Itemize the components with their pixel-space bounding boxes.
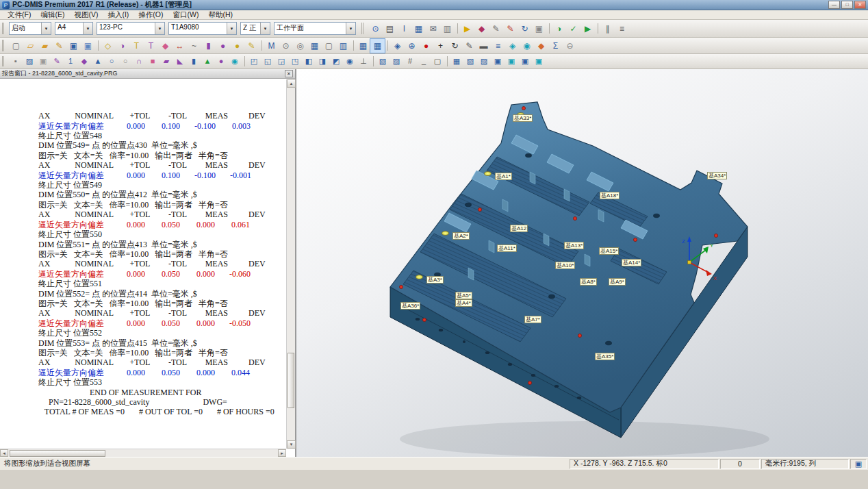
loop-mode-icon[interactable]: ↻ [518,22,532,36]
toolbar-grip[interactable] [2,40,7,51]
close-button[interactable]: ✕ [854,1,866,9]
text-label-icon[interactable]: T [129,39,144,53]
report-cabinet-icon[interactable]: ▥ [440,22,455,36]
zoom-circle-icon[interactable]: ◉ [520,39,534,53]
stamp-feature-icon[interactable]: ▣ [36,55,50,68]
probe-file-combo[interactable]: A4 ▼ [55,22,93,35]
workplane-combo[interactable]: 工作平面 ▼ [274,22,356,35]
horizontal-scroll-thumb[interactable] [10,450,105,457]
wedge-feature-icon[interactable]: ◣ [173,55,187,68]
circle-feature-icon[interactable]: ● [230,39,244,53]
toolbar-icon[interactable] [546,22,552,36]
toolbar-icon[interactable] [444,55,450,68]
layer-manager-icon[interactable]: ≡ [491,39,505,53]
program-stop-icon[interactable]: ● [419,39,433,53]
datum-label[interactable]: 基A7* [524,316,541,323]
report-text-area[interactable]: AX NOMINAL +TOL -TOL MEAS DEV逼近矢量方向偏差 0.… [0,79,295,457]
scroll-down-icon[interactable]: ▼ [287,440,296,449]
report-template-icon[interactable]: ▥ [336,39,350,53]
probe-toggle-icon[interactable]: ◆ [474,22,489,36]
datum-label[interactable]: 基A13* [564,242,584,249]
view-setup-icon[interactable]: ◈ [390,39,405,53]
verify-icon[interactable]: ✓ [566,22,580,36]
report-window-header[interactable]: 报告窗口 - 21-8228_6000_std_cavity.PRG ✕ [0,69,295,79]
view-top-icon[interactable]: ◨ [316,55,329,68]
gage-icon[interactable]: ◎ [293,39,307,53]
datum-label[interactable]: 基A10* [555,262,575,269]
wireframe-view-icon[interactable]: ▨ [390,55,403,68]
sphere-feature-icon[interactable]: ● [216,39,230,53]
menu-item[interactable]: 文件(F) [3,10,36,20]
toolbar-grip[interactable] [361,23,366,35]
torus-icon[interactable]: ◉ [228,55,242,68]
toolbar-icon[interactable] [242,55,247,68]
machine-combo[interactable]: 123-PC ▼ [97,22,165,35]
sphere-icon[interactable]: ● [214,55,228,68]
mini-view-3-icon[interactable]: ▣ [518,55,532,68]
datum-label[interactable]: 基A11* [497,244,517,252]
round-slot-icon[interactable]: ○ [118,55,132,68]
view-link-icon[interactable]: ◈ [505,39,520,53]
angle-point-icon[interactable]: ◆ [77,55,91,68]
quick-feature-icon[interactable]: ◆ [158,39,173,53]
machine-options-icon[interactable]: M [264,39,279,53]
color-edit-icon[interactable]: ◆ [534,39,548,53]
report-horizontal-scrollbar[interactable]: ◄ ► [0,449,286,457]
toolbar-grip[interactable] [2,23,7,35]
vector-point-icon[interactable]: ✎ [50,55,64,68]
chevron-down-icon[interactable]: ▼ [83,23,92,34]
view-bottom-icon[interactable]: ◩ [329,55,343,68]
datum-label[interactable]: 基A34* [707,172,727,179]
copy-pattern-icon[interactable]: ▣ [532,22,546,36]
datum-label[interactable]: 基A14* [622,259,641,266]
plane-align-icon[interactable]: ◇ [101,39,115,53]
view-right-icon[interactable]: ◧ [302,55,316,68]
datum-label[interactable]: 基A33* [513,114,533,122]
vertical-scroll-thumb[interactable] [288,353,294,408]
chevron-down-icon[interactable]: ▼ [227,23,236,34]
chevron-down-icon[interactable]: ▼ [41,23,51,34]
square-slot-icon[interactable]: ■ [146,55,159,68]
cylinder-feature-icon[interactable]: ▮ [201,39,216,53]
datum-label[interactable]: 基A12 [510,225,528,232]
cone-icon[interactable]: ▲ [201,55,214,68]
datum-target-icon[interactable] [416,275,423,279]
quick-fix-icon[interactable]: ✎ [503,22,518,36]
datum-label[interactable]: 基A3* [426,276,444,284]
report-close-icon[interactable]: ✕ [285,70,293,77]
split-view-1-icon[interactable]: ▦ [450,55,463,68]
datum-target-icon[interactable] [484,171,492,176]
grid-toggle-icon[interactable]: # [403,55,417,68]
preview-window-icon[interactable]: ▢ [322,39,336,53]
menu-item[interactable]: 插入(I) [103,10,133,20]
toolbar-icon[interactable] [95,39,101,53]
datum-label[interactable]: 基A2* [452,232,470,240]
pen-edit-icon[interactable]: ✎ [489,22,503,36]
statistics-icon[interactable]: Σ [548,39,563,53]
datum-label[interactable]: 基A35* [595,353,615,360]
plane-feature-icon[interactable]: ▨ [23,55,36,68]
text-label-alt-icon[interactable]: T [144,39,158,53]
edge-point-icon[interactable]: 1 [64,55,77,68]
chevron-down-icon[interactable]: ▼ [155,23,164,34]
report-vertical-scrollbar[interactable]: ▲ ▼ [286,79,295,449]
split-view-2-icon[interactable]: ▧ [463,55,477,68]
toolbar-icon[interactable] [259,39,264,53]
curve-scan-icon[interactable]: ~ [187,39,201,53]
datum-label[interactable]: 基A18* [600,192,620,199]
execute-icon[interactable]: ▶ [580,22,595,36]
tip-combo[interactable]: T1A9080 ▼ [168,22,237,35]
mini-view-4-icon[interactable]: ▣ [532,55,546,68]
cylinder-icon[interactable]: ▮ [187,55,201,68]
window-frame-icon[interactable]: ▢ [431,55,444,68]
rotate-align-icon[interactable]: ◑ [115,39,129,53]
scroll-left-icon[interactable]: ◄ [0,449,8,457]
scroll-up-icon[interactable]: ▲ [287,79,296,88]
datum-label[interactable]: 基A5* [455,292,472,299]
minimize-graph-icon[interactable]: _ [417,55,431,68]
probe-utility-icon[interactable]: ⊙ [279,39,293,53]
split-view-3-icon[interactable]: ▨ [477,55,491,68]
startup-combo[interactable]: 启动 ▼ [9,22,51,35]
zoom-fit-icon[interactable]: ⊙ [368,22,383,36]
translate-icon[interactable]: ↔ [173,39,187,53]
